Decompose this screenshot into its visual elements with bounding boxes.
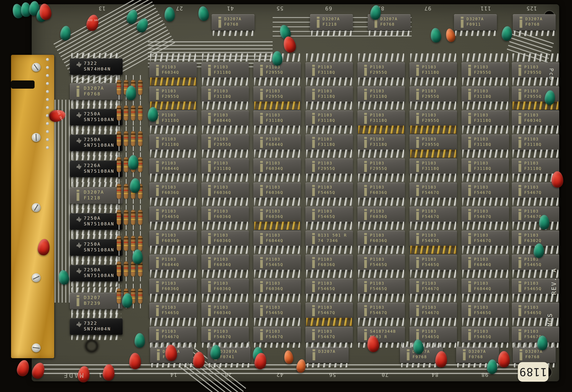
dip-leads xyxy=(71,234,121,239)
via-pad xyxy=(46,130,49,133)
dram-chip: P1103F5467Q xyxy=(410,303,457,318)
chip-line1: P1103 xyxy=(162,65,176,69)
chip-label: P1103F2955Q xyxy=(318,161,335,171)
dip-leads xyxy=(358,318,404,326)
dip-leads xyxy=(512,198,558,206)
chip-line1: P1103 xyxy=(474,329,488,334)
chip-line2: F0768 xyxy=(525,22,540,27)
special-chip: S4187344BM503 R xyxy=(357,327,405,342)
dip-leads xyxy=(462,318,508,326)
dram-chip: P1103F2955Q xyxy=(410,135,457,150)
chip-line2: F2955Q xyxy=(266,94,283,99)
dram-chip: P1103F2955Q xyxy=(410,110,457,126)
chip-label: D3207AF0768 xyxy=(380,16,397,27)
resistor xyxy=(117,157,121,172)
intel-logo xyxy=(364,332,367,340)
ti-logo xyxy=(76,62,82,67)
chip-label: P1103F6036Q xyxy=(318,257,335,267)
chip-label: P1103F6036Q xyxy=(162,185,179,195)
ti-logo xyxy=(76,269,82,274)
driver-chip: 7322SN74H04N xyxy=(70,318,123,335)
intel-logo xyxy=(468,188,471,196)
chip-label: P1103F3118Q xyxy=(422,64,439,75)
chip-line1: P1103 xyxy=(214,89,228,93)
dram-chip: P1103F6844Q xyxy=(461,279,509,294)
intel-logo xyxy=(461,20,463,28)
dram-chip: P1103F5467Q xyxy=(461,182,509,198)
dip-leads xyxy=(512,222,558,230)
intel-logo xyxy=(519,236,521,244)
chip-line1: P1103 xyxy=(214,65,228,69)
dram-chip: P1103F5467Q xyxy=(410,182,457,198)
dip-leads xyxy=(512,125,558,134)
chip-line1: P1103 xyxy=(318,329,332,334)
dram-chip: P1103F6036Q xyxy=(254,207,301,222)
intel-logo xyxy=(312,188,315,196)
dip-leads xyxy=(150,198,196,206)
chip-line1: P1103 xyxy=(474,65,488,69)
dip-leads xyxy=(150,294,196,302)
intel-logo xyxy=(468,284,471,292)
via-pad xyxy=(46,82,49,85)
chip-line2: F3118Q xyxy=(318,94,335,99)
dram-chip: P1103F6844Q xyxy=(149,158,197,174)
chip-line1: P1103 xyxy=(422,161,436,165)
chip-line2: F2955Q xyxy=(370,70,387,75)
resistor xyxy=(124,261,128,277)
resistor xyxy=(138,236,143,251)
chip-label: P1103F3118Q xyxy=(524,161,541,171)
intel-logo xyxy=(468,260,471,268)
chip-line2: F6034Q xyxy=(266,166,283,171)
dram-chip: P1103F5467Q xyxy=(512,207,559,222)
intel-logo xyxy=(364,140,367,148)
chip-label: P1103F2955Q xyxy=(474,64,491,75)
chip-line1: P1103 xyxy=(524,281,539,286)
chip-line2: F5465Q xyxy=(266,262,283,267)
chip-line2: F3118Q xyxy=(370,94,387,99)
dram-chip: P1103F3118Q xyxy=(305,62,353,78)
chip-label: P1103F3118Q xyxy=(370,136,387,147)
intel-logo xyxy=(364,188,367,196)
chip-label: P1103F6034Q xyxy=(214,257,231,267)
intel-logo xyxy=(156,188,159,196)
chip-line2: F5467Q xyxy=(422,286,439,291)
dram-chip: P1103F6036Q xyxy=(357,230,405,246)
chip-label: P1103F3118Q xyxy=(214,64,231,75)
dram-chip: P1103F6036Q xyxy=(201,279,249,294)
chip-label: P1103F3118Q xyxy=(162,136,179,147)
chip-line2: F3118Q xyxy=(524,166,541,171)
chip-line2: F5467Q xyxy=(524,214,541,219)
chip-label: P1103F5465Q xyxy=(266,257,283,267)
dip-leads xyxy=(369,31,410,36)
chip-label: 7250ASN75108AN xyxy=(84,137,114,148)
dram-chip: P1103F5465Q xyxy=(357,255,405,270)
dram-chip: P1103F6844Q xyxy=(461,255,509,270)
chip-label: P1103F5465Q xyxy=(422,329,439,339)
intel-logo xyxy=(364,116,367,124)
intel-logo xyxy=(519,140,521,148)
resistor xyxy=(124,184,128,199)
chip-line1: P1103 xyxy=(370,281,384,286)
intel-logo xyxy=(77,89,79,97)
chip-line1: P1103 xyxy=(266,209,280,213)
chip-line2: F5465Q xyxy=(266,310,283,315)
resistor xyxy=(138,210,143,225)
chip-label: P1103F5467Q xyxy=(524,209,541,219)
ti-logo xyxy=(76,164,82,169)
via-pad xyxy=(46,66,49,69)
intel-logo xyxy=(260,164,263,172)
chip-label: P1103F5467Q xyxy=(474,185,491,195)
chip-line2: F2955Q xyxy=(162,94,179,99)
edge-number-bottom: 56 xyxy=(329,372,336,378)
dip-leads xyxy=(410,222,456,230)
intel-logo xyxy=(520,352,522,360)
dram-chip: P1103F2955Q xyxy=(410,86,457,102)
resistor xyxy=(131,131,135,146)
chip-line2: F3118Q xyxy=(214,70,231,75)
chip-line2: F2955Q xyxy=(422,94,439,99)
resistor xyxy=(124,131,128,146)
chip-line2: F6036Q xyxy=(162,238,179,243)
chip-label: D3207A xyxy=(318,349,335,354)
decoder-chip-bottom: D3207A xyxy=(306,347,349,363)
dip-leads xyxy=(150,150,196,158)
